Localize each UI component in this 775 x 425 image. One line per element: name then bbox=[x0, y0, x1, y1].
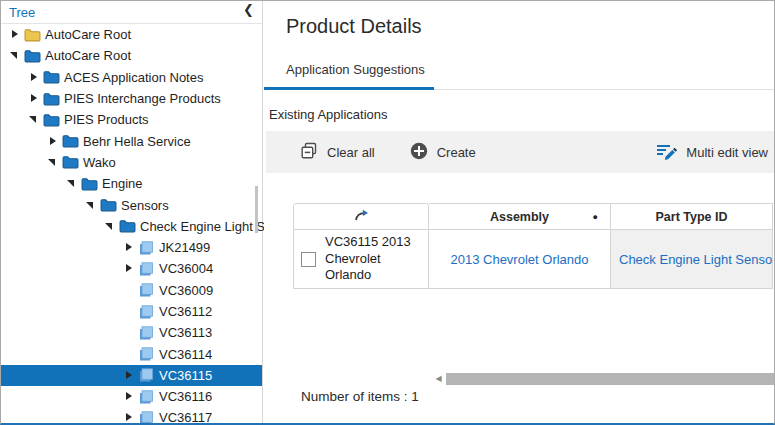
active-tab-underline bbox=[264, 87, 434, 90]
tree-panel-header: Tree ❮ bbox=[1, 1, 262, 24]
collapsed-arrow-icon[interactable] bbox=[47, 135, 60, 148]
assembly-link[interactable]: 2013 Chevrolet Orlando bbox=[450, 252, 588, 267]
expanded-arrow-icon[interactable] bbox=[28, 113, 41, 126]
create-button[interactable]: Create bbox=[409, 141, 476, 164]
tree-item-vc36114[interactable]: VC36114 bbox=[1, 343, 262, 364]
collapsed-arrow-icon[interactable] bbox=[28, 71, 41, 84]
tab-bar: Application Suggestions bbox=[264, 58, 775, 90]
tree-item-aces-application-notes[interactable]: ACES Application Notes bbox=[1, 67, 262, 88]
collapsed-arrow-icon[interactable] bbox=[123, 262, 136, 275]
collapsed-arrow-icon[interactable] bbox=[28, 92, 41, 105]
tree-item-check-engine-light-sensor[interactable]: Check Engine Light Sensor bbox=[1, 216, 262, 237]
collapsed-arrow-icon[interactable] bbox=[123, 390, 136, 403]
folder-blue-icon bbox=[43, 112, 60, 127]
existing-applications-heading: Existing Applications bbox=[269, 107, 388, 122]
folder-blue-icon bbox=[43, 70, 60, 85]
tree-item-vc36004[interactable]: VC36004 bbox=[1, 258, 262, 279]
tree-item-label: VC36009 bbox=[159, 283, 213, 298]
product-icon bbox=[138, 240, 155, 255]
tree-item-label: AutoCare Root bbox=[45, 48, 131, 63]
part-type-id-link[interactable]: Check Engine Light Sensor bbox=[619, 252, 773, 267]
clear-all-label: Clear all bbox=[327, 145, 375, 160]
product-icon bbox=[138, 283, 155, 298]
collapse-panel-icon[interactable]: ❮ bbox=[243, 2, 254, 17]
product-icon bbox=[138, 410, 155, 425]
expanded-arrow-icon[interactable] bbox=[66, 177, 79, 190]
tab-bar-divider bbox=[434, 89, 775, 90]
curved-arrow-icon bbox=[352, 208, 371, 226]
tree-item-label: PIES Products bbox=[64, 112, 149, 127]
product-icon bbox=[138, 261, 155, 276]
tree-item-behr-hella-service[interactable]: Behr Hella Service bbox=[1, 130, 262, 151]
tree-item-label: VC36114 bbox=[159, 347, 212, 362]
tree-item-engine[interactable]: Engine bbox=[1, 173, 262, 194]
part-type-id-cell: Check Engine Light Sensor bbox=[611, 230, 773, 289]
tree-item-vc36113[interactable]: VC36113 bbox=[1, 322, 262, 343]
folder-yellow-icon bbox=[24, 27, 41, 42]
applications-toolbar: Clear all Create bbox=[266, 131, 775, 173]
tree-item-vc36115[interactable]: VC36115 bbox=[1, 365, 262, 386]
tree-item-label: PIES Interchange Products bbox=[64, 91, 221, 106]
row-name-text: VC36115 2013 Chevrolet Orlando bbox=[325, 234, 420, 285]
tree-item-pies-interchange-products[interactable]: PIES Interchange Products bbox=[1, 88, 262, 109]
folder-blue-icon bbox=[81, 176, 98, 191]
tree-item-label: Engine bbox=[102, 176, 142, 191]
product-details-panel: Product Details Application Suggestions … bbox=[264, 1, 775, 423]
tree-item-autocare-root[interactable]: AutoCare Root bbox=[1, 45, 262, 66]
plus-circle-icon bbox=[409, 141, 429, 164]
product-icon bbox=[138, 368, 155, 383]
tree-item-label: VC36116 bbox=[159, 389, 212, 404]
tree-item-vc36112[interactable]: VC36112 bbox=[1, 301, 262, 322]
tree-item-jk21499[interactable]: JK21499 bbox=[1, 237, 262, 258]
tree-vertical-scrollbar-thumb[interactable] bbox=[255, 186, 258, 233]
row-checkbox[interactable] bbox=[301, 252, 316, 267]
tree-item-autocare-root[interactable]: AutoCare Root bbox=[1, 24, 262, 45]
tree-item-label: ACES Application Notes bbox=[64, 70, 203, 85]
existing-applications-table: Assembly ● Part Type ID VC36115 2013 Che… bbox=[293, 203, 773, 289]
expanded-arrow-icon[interactable] bbox=[104, 220, 117, 233]
tree-item-pies-products[interactable]: PIES Products bbox=[1, 109, 262, 130]
tree-panel: Tree ❮ AutoCare RootAutoCare RootACES Ap… bbox=[1, 1, 263, 423]
application-window: Tree ❮ AutoCare RootAutoCare RootACES Ap… bbox=[0, 0, 775, 425]
collapsed-arrow-icon[interactable] bbox=[123, 241, 136, 254]
tab-application-suggestions[interactable]: Application Suggestions bbox=[286, 62, 425, 77]
expanded-arrow-icon[interactable] bbox=[9, 49, 22, 62]
tree-item-vc36116[interactable]: VC36116 bbox=[1, 386, 262, 407]
expanded-arrow-icon[interactable] bbox=[47, 156, 60, 169]
page-title: Product Details bbox=[286, 15, 422, 38]
tree-item-label: VC36004 bbox=[159, 261, 213, 276]
table-row: VC36115 2013 Chevrolet Orlando2013 Chevr… bbox=[293, 230, 773, 289]
folder-blue-icon bbox=[24, 48, 41, 63]
scrollbar-left-arrow[interactable]: ◀ bbox=[431, 372, 446, 385]
tree-item-label: AutoCare Root bbox=[45, 27, 131, 42]
tree-item-label: VC36117 bbox=[159, 410, 212, 425]
tree-item-label: JK21499 bbox=[159, 240, 210, 255]
tree-item-label: Wako bbox=[83, 155, 116, 170]
tree-panel-title: Tree bbox=[9, 5, 35, 20]
tree-item-sensors[interactable]: Sensors bbox=[1, 194, 262, 215]
table-header-actions[interactable] bbox=[293, 203, 429, 230]
tree-item-label: VC36112 bbox=[159, 304, 212, 319]
product-icon bbox=[138, 304, 155, 319]
collapsed-arrow-icon[interactable] bbox=[123, 369, 136, 382]
tree-item-label: VC36113 bbox=[159, 325, 212, 340]
tree-item-vc36117[interactable]: VC36117 bbox=[1, 407, 262, 425]
multi-edit-view-button[interactable]: Multi edit view bbox=[655, 141, 768, 164]
tree-item-vc36009[interactable]: VC36009 bbox=[1, 280, 262, 301]
tree-item-wako[interactable]: Wako bbox=[1, 152, 262, 173]
folder-blue-icon bbox=[100, 198, 117, 213]
collapsed-arrow-icon[interactable] bbox=[9, 28, 22, 41]
clear-all-icon bbox=[299, 140, 319, 164]
collapsed-arrow-icon[interactable] bbox=[123, 411, 136, 424]
expanded-arrow-icon[interactable] bbox=[85, 199, 98, 212]
clear-all-button[interactable]: Clear all bbox=[299, 140, 375, 164]
expand-spacer bbox=[123, 284, 136, 297]
table-header-part-type-id[interactable]: Part Type ID bbox=[611, 203, 773, 230]
items-count-label: Number of items : 1 bbox=[301, 389, 419, 404]
tree-item-label: Sensors bbox=[121, 198, 169, 213]
product-icon bbox=[138, 347, 155, 362]
table-header-assembly[interactable]: Assembly ● bbox=[429, 203, 611, 230]
table-body: VC36115 2013 Chevrolet Orlando2013 Chevr… bbox=[293, 230, 773, 289]
row-name-cell: VC36115 2013 Chevrolet Orlando bbox=[293, 230, 429, 289]
horizontal-scrollbar-thumb[interactable] bbox=[446, 373, 775, 385]
